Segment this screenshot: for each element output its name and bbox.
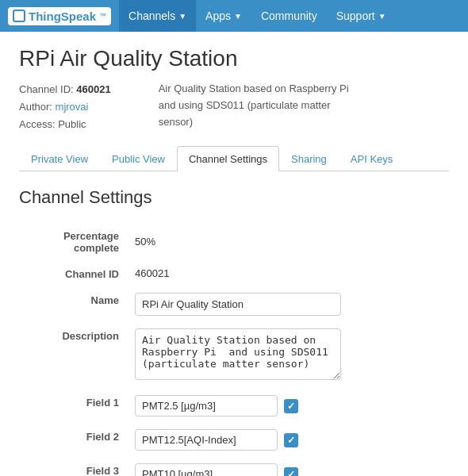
- author-row: Author: mjrovai: [19, 98, 111, 116]
- tab-sharing[interactable]: Sharing: [279, 146, 339, 171]
- channel-id-field-label: Channel ID: [19, 260, 130, 286]
- field2-label: Field 2: [19, 423, 130, 457]
- nav-community[interactable]: Community: [251, 0, 327, 32]
- channel-id-row: Channel ID: 460021: [19, 81, 111, 98]
- main-content: RPi Air Quality Station Channel ID: 4600…: [0, 32, 468, 476]
- name-input[interactable]: [135, 293, 341, 316]
- description-textarea[interactable]: Air Quality Station based on Raspberry P…: [135, 328, 341, 380]
- description-label: Description: [19, 322, 130, 389]
- brand[interactable]: ThingSpeak™: [8, 7, 111, 25]
- field2-checkbox[interactable]: [284, 433, 298, 447]
- description-row: Description Air Quality Station based on…: [19, 322, 449, 389]
- field2-input[interactable]: [135, 429, 278, 451]
- tab-private-view[interactable]: Private View: [19, 146, 100, 171]
- chevron-down-icon: ▼: [178, 12, 186, 21]
- brand-box: ThingSpeak™: [8, 7, 111, 25]
- brand-name: ThingSpeak: [29, 10, 96, 23]
- page-title: RPi Air Quality Station: [19, 46, 449, 71]
- name-label: Name: [19, 286, 130, 322]
- meta-left: Channel ID: 460021 Author: mjrovai Acces…: [19, 81, 111, 133]
- field3-input[interactable]: [135, 463, 278, 476]
- brand-icon: [13, 10, 25, 22]
- field1-checkbox[interactable]: [284, 399, 298, 413]
- name-row: Name: [19, 286, 449, 322]
- section-title: Channel Settings: [19, 187, 449, 208]
- channel-settings-form: Percentagecomplete 50% Channel ID 460021…: [19, 222, 449, 476]
- field2-input-row: [135, 429, 444, 451]
- field3-checkbox[interactable]: [284, 467, 298, 476]
- channel-id-field-value: 460021: [130, 260, 449, 286]
- field1-label: Field 1: [19, 389, 130, 423]
- meta-section: Channel ID: 460021 Author: mjrovai Acces…: [19, 81, 449, 133]
- nav-channels[interactable]: Channels ▼: [119, 0, 196, 32]
- field3-input-row: [135, 463, 444, 476]
- meta-description: Air Quality Station based on Raspberry P…: [159, 81, 365, 133]
- tab-api-keys[interactable]: API Keys: [339, 146, 405, 171]
- tab-channel-settings[interactable]: Channel Settings: [177, 146, 279, 171]
- navbar: ThingSpeak™ Channels ▼ Apps ▼ Community …: [0, 0, 468, 32]
- channel-id-value: 460021: [76, 83, 110, 95]
- author-link[interactable]: mjrovai: [56, 101, 89, 113]
- nav-apps[interactable]: Apps ▼: [196, 0, 251, 32]
- field2-row: Field 2: [19, 423, 449, 457]
- access-value: Public: [58, 118, 86, 130]
- field3-label: Field 3: [19, 457, 130, 476]
- percentage-label: Percentagecomplete: [19, 222, 130, 260]
- nav-support[interactable]: Support ▼: [327, 0, 396, 32]
- tab-public-view[interactable]: Public View: [100, 146, 177, 171]
- field3-row: Field 3: [19, 457, 449, 476]
- tab-bar: Private View Public View Channel Setting…: [19, 146, 449, 171]
- field1-input-row: [135, 395, 444, 416]
- field1-input[interactable]: [135, 395, 278, 416]
- field1-row: Field 1: [19, 389, 449, 423]
- chevron-down-icon: ▼: [234, 12, 242, 21]
- channel-id-row: Channel ID 460021: [19, 260, 449, 286]
- access-row: Access: Public: [19, 116, 111, 133]
- percentage-row: Percentagecomplete 50%: [19, 222, 449, 260]
- chevron-down-icon: ▼: [378, 12, 386, 21]
- percentage-value: 50%: [130, 222, 449, 260]
